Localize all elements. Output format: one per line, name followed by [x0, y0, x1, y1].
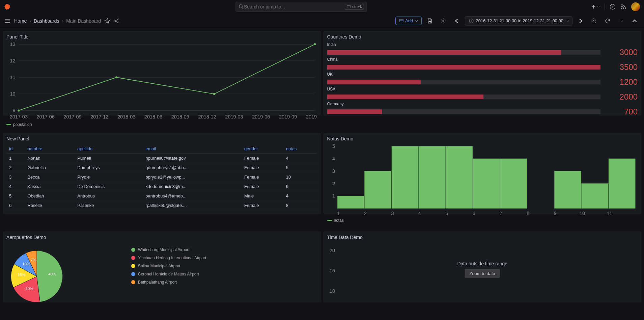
hbar-row: India 3000 — [327, 42, 638, 57]
hbar-label: UK — [327, 72, 638, 77]
user-avatar[interactable] — [631, 2, 640, 11]
table-cell: 8 — [283, 201, 317, 210]
table-cell: 10 — [283, 172, 317, 182]
table-cell: 4 — [283, 191, 317, 201]
svg-text:10: 10 — [329, 288, 335, 293]
th-notas[interactable]: notas — [283, 144, 317, 154]
save-icon[interactable] — [424, 16, 435, 26]
th-nombre[interactable]: nombre — [25, 144, 75, 154]
svg-text:7%: 7% — [31, 258, 36, 262]
svg-text:3: 3 — [391, 211, 394, 216]
outside-range-message: Data outside time range — [457, 261, 507, 266]
table-row[interactable]: 5ObediahAntrobusoantrobus4@ameb...Male4 — [6, 191, 317, 201]
help-icon[interactable]: ? — [610, 4, 616, 10]
breadcrumb-home[interactable]: Home — [14, 18, 27, 24]
svg-rect-56 — [446, 146, 472, 208]
hbar-label: Germany — [327, 102, 638, 106]
svg-rect-63 — [554, 171, 581, 209]
panel-title: Notas Demo — [327, 136, 638, 141]
panel-title: Panel Title — [6, 34, 317, 39]
bar-chart: 123451234567891011 — [327, 144, 638, 217]
hbar-row: China 3500 — [327, 57, 638, 72]
table-cell: Kassia — [25, 182, 75, 191]
search-input[interactable] — [244, 4, 345, 9]
nav-bar: Home › Dashboards › Main Dashboard Add 2… — [0, 14, 644, 28]
hbar-label: China — [327, 57, 638, 62]
hbar-row: USA 2000 — [327, 87, 638, 102]
svg-line-14 — [595, 22, 596, 23]
legend-label: Yinchuan Hedong International Airport — [138, 256, 206, 260]
svg-text:11: 11 — [607, 211, 612, 216]
panel-aeropuertos-pie[interactable]: Aeropuertos Demo 48%20%15%10%7% Whitesbu… — [3, 232, 321, 302]
hbar-track — [327, 65, 601, 70]
panel-notas-bar[interactable]: Notas Demo 123451234567891011 notas — [324, 133, 642, 214]
svg-line-1 — [242, 7, 243, 9]
panel-table[interactable]: New Panel id nombre apellido email gende… — [3, 133, 321, 214]
table-row[interactable]: 1NonahPurnellnpurnell0@state.govFemale4 — [6, 154, 317, 163]
table-row[interactable]: 3BeccaPrydiebprydie2@yellowp...Female10 — [6, 172, 317, 182]
table-row[interactable]: 4KassiaDe Domeniciskdedomenicis3@m...Fem… — [6, 182, 317, 191]
svg-point-6 — [115, 20, 116, 22]
th-gender[interactable]: gender — [242, 144, 283, 154]
svg-rect-67 — [609, 159, 635, 208]
legend-item: Yinchuan Hedong International Airport — [131, 256, 206, 260]
table-cell: rpalleske5@sfgate.... — [143, 201, 242, 210]
zoom-to-data-button[interactable]: Zoom to data — [465, 269, 500, 278]
table-cell: 9 — [283, 182, 317, 191]
refresh-icon[interactable] — [602, 16, 613, 26]
global-search[interactable]: ctrl+k — [235, 2, 367, 12]
svg-text:4: 4 — [332, 156, 335, 161]
table-row[interactable]: 2GabrielliaDumphreysgdumphreys1@abo...Fe… — [6, 163, 317, 172]
svg-text:9: 9 — [554, 211, 556, 216]
svg-text:6: 6 — [472, 211, 475, 216]
grafana-logo-icon[interactable] — [4, 3, 12, 11]
breadcrumb-dashboards[interactable]: Dashboards — [34, 18, 59, 24]
collapse-icon[interactable] — [629, 16, 640, 26]
news-icon[interactable] — [620, 4, 626, 10]
th-apellido[interactable]: apellido — [75, 144, 143, 154]
svg-text:9: 9 — [13, 108, 16, 113]
table-cell: Nonah — [25, 154, 75, 163]
th-id[interactable]: id — [6, 144, 25, 154]
panel-title: Aeropuertos Demo — [6, 235, 317, 240]
panel-countries[interactable]: Countries Demo India 3000 China 3500 UK … — [324, 31, 642, 115]
table-cell: 4 — [283, 154, 317, 163]
svg-text:2018-09: 2018-09 — [171, 114, 189, 119]
legend-dot — [131, 280, 135, 284]
panel-population-line[interactable]: Panel Title 9101112132017-032017-062017-… — [3, 31, 321, 115]
svg-text:20%: 20% — [25, 286, 33, 291]
add-panel-button[interactable]: Add — [395, 17, 421, 25]
svg-text:15%: 15% — [17, 272, 25, 277]
add-menu-icon[interactable] — [590, 4, 600, 10]
menu-toggle-icon[interactable] — [4, 18, 11, 24]
panel-icon — [399, 19, 404, 23]
time-back-icon[interactable] — [451, 16, 462, 26]
panel-time-data[interactable]: Time Data Demo 101520 Data outside time … — [324, 232, 642, 302]
hbar-track — [327, 80, 601, 84]
star-icon[interactable] — [104, 18, 110, 24]
table-row[interactable]: 6RosellePalleskerpalleske5@sfgate....Fem… — [6, 201, 317, 210]
settings-icon[interactable] — [438, 16, 449, 26]
legend-dot — [131, 264, 135, 268]
svg-text:2019-03: 2019-03 — [225, 114, 243, 119]
th-email[interactable]: email — [143, 144, 242, 154]
time-forward-icon[interactable] — [575, 16, 586, 26]
svg-rect-65 — [581, 184, 608, 209]
hbar-label: USA — [327, 87, 638, 91]
table-cell: oantrobus4@ameb... — [143, 191, 242, 201]
legend-dot — [131, 256, 135, 260]
refresh-interval-icon[interactable] — [616, 16, 626, 26]
legend-swatch — [327, 220, 332, 221]
legend-item: Salina Municipal Airport — [131, 264, 206, 268]
zoom-out-icon[interactable] — [589, 16, 599, 26]
time-range-picker[interactable]: 2016-12-31 21:00:00 to 2019-12-31 21:00:… — [465, 16, 573, 26]
legend-item: Bathpalathang Airport — [131, 280, 206, 285]
table-cell: 3 — [6, 172, 25, 182]
share-icon[interactable] — [114, 18, 120, 24]
legend-swatch — [6, 124, 11, 125]
top-bar: ctrl+k ? — [0, 0, 644, 14]
svg-point-41 — [314, 43, 316, 45]
chevron-down-icon — [565, 19, 569, 23]
svg-rect-2 — [347, 5, 351, 8]
svg-text:2017-06: 2017-06 — [37, 114, 55, 119]
